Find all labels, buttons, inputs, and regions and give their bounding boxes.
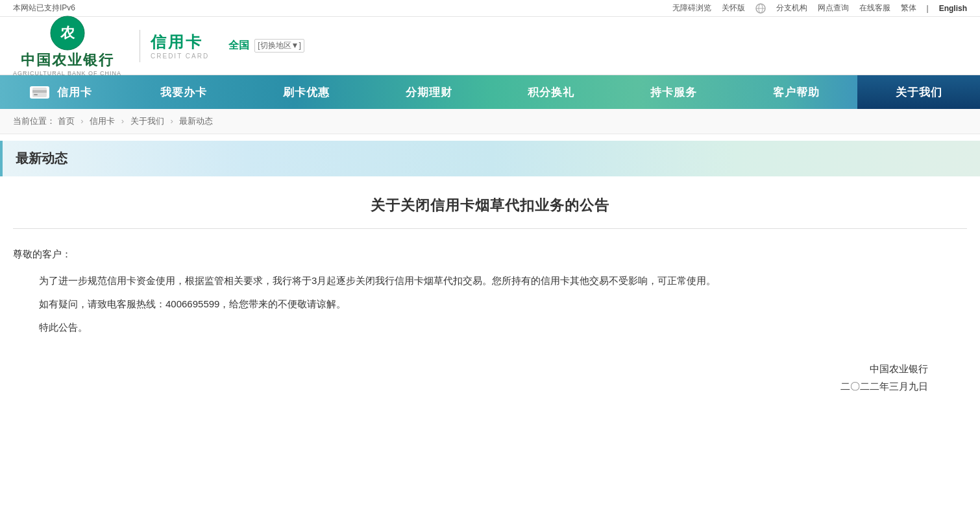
branches-link[interactable]: 分支机构 [776,3,807,14]
nav-about-label: 关于我们 [896,85,942,100]
article-para-1: 为了进一步规范信用卡资金使用，根据监管相关要求，我行将于3月起逐步关闭我行信用卡… [39,271,967,291]
accessibility-link[interactable]: 无障碍浏览 [672,3,711,14]
main-nav: 信用卡 我要办卡 刷卡优惠 分期理财 积分换礼 持卡服务 客户帮助 关于我们 [0,75,980,109]
globe-icon-container [755,3,766,14]
nav-discounts-label: 刷卡优惠 [283,85,330,100]
nav-help-label: 客户帮助 [773,85,820,100]
article-para-3: 特此公告。 [39,318,967,337]
region-switch-button[interactable]: [切换地区▼] [254,39,304,53]
credit-card-nav-icon [30,86,49,99]
traditional-chinese-link[interactable]: 繁体 [901,3,916,14]
care-version-link[interactable]: 关怀版 [722,3,745,14]
branch-query-link[interactable]: 网点查询 [818,3,849,14]
header: 农 中国农业银行 AGRICULTURAL BANK OF CHINA 信用卡 … [0,17,980,75]
nav-credit-card-label: 信用卡 [57,85,92,100]
breadcrumb-sep-1: › [80,116,83,126]
nav-credit-card[interactable]: 信用卡 [0,75,123,109]
credit-card-title: 信用卡 [151,32,203,53]
logo-section: 农 中国农业银行 AGRICULTURAL BANK OF CHINA 信用卡 … [13,16,304,77]
breadcrumb-sep-3: › [170,116,173,126]
breadcrumb: 当前位置： 首页 › 信用卡 › 关于我们 › 最新动态 [0,109,980,134]
region-section: 全国 [切换地区▼] [228,39,304,53]
breadcrumb-sep-2: › [121,116,124,126]
nav-apply-card[interactable]: 我要办卡 [123,75,245,109]
lang-divider: | [927,4,929,13]
online-service-link[interactable]: 在线客服 [859,3,890,14]
bank-name-cn: 中国农业银行 [21,51,114,70]
nav-apply-card-label: 我要办卡 [160,85,207,100]
svg-rect-7 [34,94,38,95]
page-title: 最新动态 [16,150,967,167]
nav-installment[interactable]: 分期理财 [367,75,490,109]
article-content: 关于关闭信用卡烟草代扣业务的公告 尊敬的客户： 为了进一步规范信用卡资金使用，根… [0,176,980,436]
nav-installment-label: 分期理财 [406,85,452,100]
svg-text:农: 农 [60,25,75,41]
breadcrumb-prefix: 当前位置： [13,116,55,126]
page-title-section: 最新动态 [0,141,980,176]
breadcrumb-about[interactable]: 关于我们 [130,116,164,126]
article-divider [13,228,967,229]
top-bar: 本网站已支持IPv6 无障碍浏览 关怀版 分支机构 网点查询 在线客服 繁体 |… [0,0,980,17]
region-label: 全国 [228,39,249,53]
article-para-2: 如有疑问，请致电客服热线：4006695599，给您带来的不便敬请谅解。 [39,294,967,314]
svg-rect-6 [32,90,47,93]
article-greeting: 尊敬的客户： [13,248,967,261]
ipv6-notice: 本网站已支持IPv6 [13,3,75,14]
credit-card-section: 信用卡 CREDIT CARD [151,32,209,60]
nav-discounts[interactable]: 刷卡优惠 [245,75,368,109]
article-title: 关于关闭信用卡烟草代扣业务的公告 [13,196,967,215]
top-bar-links: 无障碍浏览 关怀版 分支机构 网点查询 在线客服 繁体 | English [672,3,967,14]
nav-card-service-label: 持卡服务 [650,85,697,100]
breadcrumb-current: 最新动态 [179,116,213,126]
nav-about[interactable]: 关于我们 [857,75,980,109]
nav-points[interactable]: 积分换礼 [490,75,613,109]
article-signature: 中国农业银行 [13,363,928,375]
nav-points-label: 积分换礼 [528,85,574,100]
breadcrumb-credit-card[interactable]: 信用卡 [90,116,115,126]
bank-logo[interactable]: 农 中国农业银行 AGRICULTURAL BANK OF CHINA [13,16,121,77]
english-link[interactable]: English [939,4,967,13]
nav-help[interactable]: 客户帮助 [735,75,858,109]
credit-card-en: CREDIT CARD [151,53,209,60]
breadcrumb-home[interactable]: 首页 [58,116,75,126]
article-date: 二〇二二年三月九日 [13,381,928,393]
nav-card-service[interactable]: 持卡服务 [613,75,735,109]
logo-divider [140,30,140,62]
